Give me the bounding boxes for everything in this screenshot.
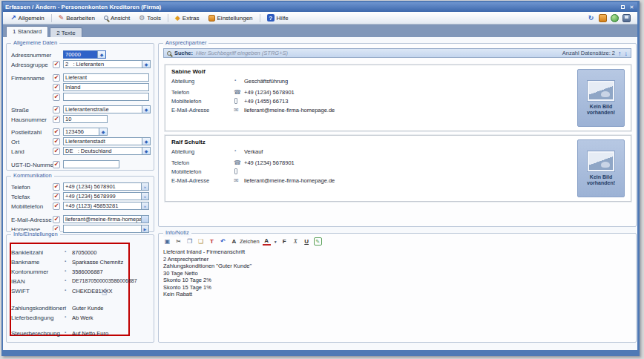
image-icon[interactable]: ▣ — [163, 237, 171, 246]
info-row-zahlungskonditionen: Zahlungskonditionen ▪ Guter Kunde — [7, 303, 154, 312]
dial-button[interactable]: » — [141, 183, 148, 190]
no-image-placeholder[interactable]: Kein Bild vorhanden! — [577, 139, 625, 197]
checkbox-checked[interactable]: ✔ — [53, 216, 60, 223]
font-color-icon[interactable]: A — [263, 238, 271, 246]
close-window-icon[interactable]: ✕ — [628, 4, 635, 10]
menu-hilfe[interactable]: ? Hilfe — [263, 13, 292, 22]
hand-cursor-icon: ☝ — [102, 287, 107, 297]
record-count: Anzahl Datensätze: 2 — [562, 50, 615, 56]
checkbox-checked[interactable]: ✔ — [53, 84, 60, 91]
notiz-textarea[interactable]: Lieferant Inland - Firmenanschrift 2 Ans… — [163, 248, 631, 339]
italic-icon[interactable]: X — [292, 237, 300, 246]
contact-label: Mobiltelefon — [171, 168, 201, 175]
checkbox-checked[interactable]: ✔ — [53, 193, 60, 200]
cut-icon[interactable]: ✂ — [174, 237, 183, 246]
paste-icon[interactable]: ❏ — [197, 237, 205, 246]
checkbox-checked[interactable]: ✔ — [53, 138, 60, 145]
contact-search-bar[interactable]: Suche: Hier Suchbegriff eingeben (STRG+S… — [163, 48, 631, 58]
checkbox-checked[interactable]: ✔ — [53, 128, 60, 136]
checkbox-checked[interactable]: ✔ — [53, 202, 60, 210]
telefax-input[interactable]: +49 (1234) 5678999 » — [63, 192, 149, 200]
dropdown-icon[interactable]: ◆ — [142, 148, 150, 154]
menu-ansicht[interactable]: Ansicht — [100, 14, 134, 22]
checkbox-checked[interactable]: ✔ — [53, 61, 60, 68]
tab-texte[interactable]: 2 Texte — [50, 27, 82, 37]
field-value: 70000 — [64, 51, 97, 58]
next-record-icon[interactable]: ↓ — [625, 50, 628, 57]
briefcase-icon[interactable] — [599, 14, 607, 22]
chevron-down-icon[interactable]: ▼ — [274, 240, 277, 244]
info-value: Auf Netto Euro — [72, 330, 108, 337]
ustid-input[interactable] — [63, 160, 119, 168]
adressnummer-input[interactable]: 70000 ◆ — [63, 50, 106, 59]
spinner-icon[interactable]: ◆ — [99, 128, 107, 135]
menu-allgemein[interactable]: ↗ Allgemein — [7, 14, 48, 22]
no-image-placeholder[interactable]: Kein Bild vorhanden! — [577, 69, 625, 127]
dial-button[interactable]: » — [141, 202, 148, 209]
homepage-input[interactable]: ▶ — [63, 225, 149, 233]
contact-card[interactable]: Ralf Schultz Abteilung ▪ Verkauf Telefon… — [165, 135, 631, 202]
copy-icon[interactable]: ❐ — [185, 237, 194, 246]
land-dropdown[interactable]: DE : Deutschland ◆ — [63, 147, 151, 155]
spinner-icon[interactable]: ◆ — [97, 51, 105, 58]
field-value: 123456 — [64, 128, 99, 135]
save-icon[interactable] — [622, 14, 631, 22]
checkbox-checked[interactable]: ✔ — [53, 93, 60, 101]
group-info-notiz: Info/Notiz ▣ ✂ ❐ ❏ T ↶ A Zeichen A ▼ F X… — [158, 233, 637, 343]
menu-label: Bearbeiten — [66, 15, 95, 22]
strasse-dropdown[interactable]: Lieferantenstraße ◆ — [63, 105, 151, 113]
dropdown-icon[interactable]: ◆ — [142, 106, 150, 113]
globe-icon[interactable] — [611, 14, 619, 22]
email-input[interactable]: lieferant@meine-firma-homepage.de — [63, 215, 149, 223]
field-value: Lieferantenstraße — [64, 106, 142, 113]
contact-row-email: E-Mail-Adresse ✉ lieferant@meine-firma-h… — [165, 177, 631, 185]
underline-icon[interactable]: U — [303, 237, 311, 246]
group-ansprechpartner: Ansprechpartner Suche: Hier Suchbegriff … — [158, 43, 637, 227]
postleitzahl-input[interactable]: 123456 ◆ — [63, 128, 108, 136]
sync-icon[interactable]: ↻ — [587, 14, 595, 22]
hausnummer-input[interactable]: 10 — [63, 115, 108, 123]
bold-icon[interactable]: F — [280, 237, 289, 246]
checkbox-checked[interactable]: ✔ — [53, 116, 60, 123]
menu-label: Allgemein — [19, 15, 45, 22]
checkbox-checked[interactable]: ✔ — [53, 106, 60, 113]
field-row-telefax: Telefax ✔ +49 (1234) 5678999 » — [7, 192, 154, 201]
info-row-iban: IBAN ▪ DE71870500003586006887 — [7, 277, 154, 286]
no-image-text: Kein Bild — [590, 174, 612, 180]
menu-tools[interactable]: ⚙ Tools — [135, 14, 165, 22]
checkbox-checked[interactable]: ✔ — [53, 74, 60, 82]
dial-button[interactable]: » — [141, 193, 148, 200]
adressgruppe-dropdown[interactable]: 2 : Lieferanten ◆ — [63, 60, 151, 68]
contact-value: Geschäftsführung — [244, 78, 288, 85]
checkbox-checked[interactable]: ✔ — [53, 183, 60, 191]
dropdown-icon[interactable]: ◆ — [142, 138, 150, 145]
checkbox-checked[interactable]: ✔ — [53, 161, 60, 168]
ort-dropdown[interactable]: Lieferantenstadt ◆ — [63, 137, 151, 145]
telefon-input[interactable]: +49 (1234) 5678901 » — [63, 182, 149, 191]
firmenname-input-2[interactable]: Inland — [63, 83, 149, 91]
edit-note-icon[interactable]: ✎ — [314, 237, 322, 246]
allgemein-icon: ↗ — [10, 15, 16, 22]
go-button[interactable]: ▶ — [141, 225, 148, 232]
font-icon[interactable]: A — [230, 237, 238, 246]
firmenname-input-3[interactable] — [63, 93, 149, 101]
restore-window-icon[interactable] — [620, 4, 626, 10]
menu-extras[interactable]: ◆ Extras — [171, 14, 203, 22]
firmenname-input-1[interactable]: Lieferant — [63, 73, 149, 82]
undo-icon[interactable]: ↶ — [219, 237, 227, 246]
contact-label: Telefon — [171, 159, 189, 166]
prev-record-icon[interactable]: ↑ — [618, 50, 622, 57]
info-label: IBAN — [11, 278, 25, 285]
menu-einstellungen[interactable]: Einstellungen — [205, 14, 257, 22]
contact-card[interactable]: Sabine Wolf Abteilung ▪ Geschäftsführung… — [165, 65, 631, 131]
mobiltelefon-input[interactable]: +49 (1123) 45853281 » — [63, 202, 149, 210]
dropdown-icon[interactable]: ◆ — [142, 61, 150, 67]
info-value: DE71870500003586006887 — [72, 278, 137, 283]
checkbox-checked[interactable]: ✔ — [53, 148, 60, 155]
menu-bearbeiten[interactable]: ✎ Bearbeiten — [55, 14, 99, 22]
field-value: lieferant@meine-firma-homepage.de — [64, 216, 141, 223]
mail-button[interactable] — [141, 216, 148, 223]
tab-standard[interactable]: 1 Standard — [6, 26, 48, 37]
format-text-icon[interactable]: T — [208, 237, 216, 246]
field-label: Hausnummer — [11, 116, 47, 123]
